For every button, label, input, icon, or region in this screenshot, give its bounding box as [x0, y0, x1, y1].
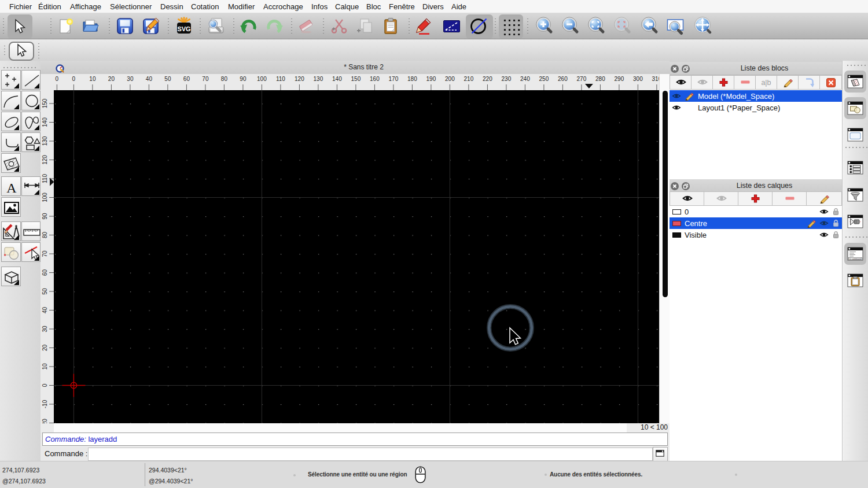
svg-text:150: 150	[351, 76, 361, 82]
svg-text:100: 100	[42, 193, 48, 202]
svg-text:290: 290	[615, 76, 624, 82]
svg-text:160: 160	[370, 76, 380, 82]
svg-text:130: 130	[314, 76, 323, 82]
svg-text:100: 100	[257, 76, 267, 82]
svg-text:150: 150	[42, 98, 48, 108]
svg-text:140: 140	[42, 117, 48, 127]
svg-text:0: 0	[42, 383, 48, 387]
svg-text:210: 210	[464, 76, 474, 82]
svg-text:-20: -20	[42, 419, 48, 423]
svg-text:170: 170	[389, 76, 399, 82]
svg-text:250: 250	[539, 76, 549, 82]
svg-text:200: 200	[445, 76, 455, 82]
svg-text:120: 120	[42, 155, 48, 165]
svg-text:40: 40	[42, 307, 48, 314]
svg-text:30: 30	[127, 76, 134, 82]
svg-text:220: 220	[483, 76, 492, 82]
svg-text:300: 300	[633, 76, 643, 82]
svg-text:0: 0	[72, 76, 76, 82]
svg-text:110: 110	[276, 76, 285, 82]
svg-text:20: 20	[42, 345, 48, 352]
svg-text:80: 80	[42, 232, 48, 239]
svg-text:C: command: C: command	[849, 257, 861, 260]
svg-text:130: 130	[42, 136, 48, 146]
svg-text:190: 190	[426, 76, 436, 82]
svg-text:60: 60	[183, 76, 190, 82]
svg-text:310: 310	[652, 76, 659, 82]
svg-text:260: 260	[558, 76, 568, 82]
svg-text:280: 280	[595, 76, 605, 82]
svg-text:0: 0	[56, 76, 59, 82]
svg-text:20: 20	[108, 76, 115, 82]
svg-text:30: 30	[42, 326, 48, 332]
svg-text:230: 230	[502, 76, 512, 82]
svg-text:-10: -10	[42, 400, 48, 408]
svg-text:A: A	[6, 180, 17, 195]
svg-text:SVG: SVG	[177, 25, 190, 32]
svg-text:10: 10	[89, 76, 96, 82]
svg-text:60: 60	[42, 269, 48, 276]
svg-text:90: 90	[42, 213, 48, 220]
svg-text:80: 80	[221, 76, 228, 82]
svg-text:180: 180	[407, 76, 417, 82]
svg-text:140: 140	[332, 76, 342, 82]
svg-text:120: 120	[295, 76, 304, 82]
svg-text:90: 90	[240, 76, 247, 82]
svg-text:50: 50	[42, 288, 48, 295]
svg-text:110: 110	[42, 174, 48, 183]
svg-text:240: 240	[520, 76, 530, 82]
svg-text:270: 270	[577, 76, 587, 82]
svg-text:10: 10	[42, 363, 48, 370]
svg-text:70: 70	[202, 76, 209, 82]
svg-text:40: 40	[146, 76, 153, 82]
svg-text:50: 50	[164, 76, 171, 82]
svg-text:70: 70	[42, 250, 48, 257]
